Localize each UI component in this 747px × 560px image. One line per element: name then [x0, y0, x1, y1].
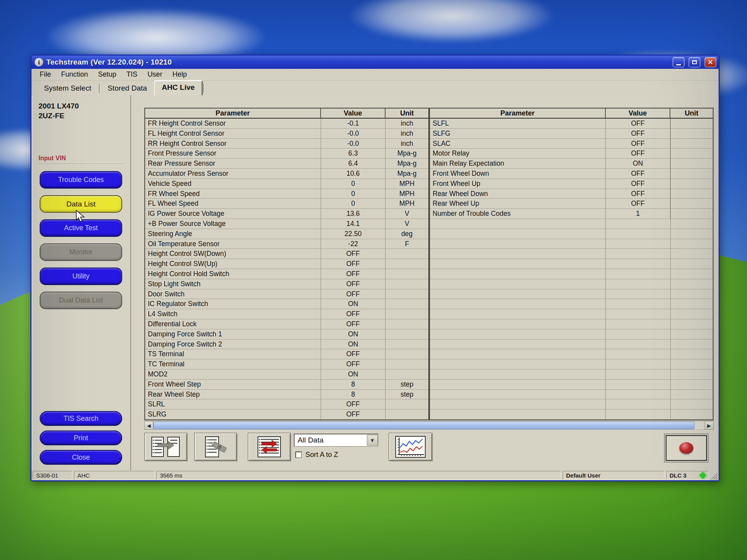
param-cell: Oil Temperature Sensor [145, 239, 321, 249]
value-cell: 22.50 [321, 229, 386, 239]
table-row[interactable]: FR Wheel Speed 0 MPH [145, 189, 428, 199]
tab-ahc-live[interactable]: AHC Live [154, 80, 202, 95]
table-row[interactable]: Height Control Hold Switch OFF [145, 269, 428, 279]
utility-button[interactable]: Utility [40, 268, 122, 285]
unit-cell: step [386, 380, 428, 389]
title-bar[interactable]: i Techstream (Ver 12.20.024) - 10210 ✕ [32, 56, 719, 69]
param-cell: Main Relay Expectation [430, 159, 606, 168]
tab-system-select[interactable]: System Select [37, 82, 98, 95]
data-refresh-button[interactable] [248, 433, 291, 461]
menu-function[interactable]: Function [57, 70, 92, 79]
list-refresh-icon [256, 436, 282, 457]
table-row[interactable]: L4 Switch OFF [145, 309, 428, 319]
column-divider [605, 119, 606, 420]
value-cell: ON [321, 340, 386, 349]
table-row[interactable]: Height Control SW(Up) OFF [145, 259, 428, 269]
value-cell: OFF [321, 359, 386, 369]
table-row[interactable]: Height Control SW(Down) OFF [145, 249, 428, 259]
maximize-button[interactable] [689, 57, 700, 67]
scrollbar-thumb[interactable] [153, 422, 694, 429]
menu-setup[interactable]: Setup [94, 70, 121, 79]
param-cell: Height Control SW(Down) [145, 249, 321, 259]
table-row[interactable]: MOD2 ON [145, 369, 428, 380]
table-row[interactable]: Steering Angle 22.50 deg [145, 229, 428, 239]
table-row[interactable]: Accumulator Press Sensor 10.6 Mpa-g [145, 169, 428, 179]
monitor-button[interactable]: Monitor [40, 243, 122, 261]
menu-file[interactable]: File [35, 70, 55, 79]
table-row[interactable]: Damping Force Switch 1 ON [145, 329, 428, 340]
param-cell: Front Wheel Up [430, 179, 606, 189]
table-row[interactable]: Rear Wheel Step 8 step [145, 390, 428, 400]
table-row[interactable]: IC Regulator Switch ON [145, 299, 428, 309]
minimize-button[interactable] [673, 57, 684, 67]
table-row[interactable]: FR Height Control Sensor -0.1 inch [145, 119, 428, 129]
menu-tis[interactable]: TIS [122, 70, 142, 79]
unit-cell [386, 249, 428, 259]
table-row[interactable]: SLRL OFF [145, 399, 428, 410]
unit-cell [386, 359, 428, 369]
table-row[interactable]: Front Wheel Step 8 step [145, 380, 428, 390]
value-cell: 0 [321, 199, 386, 208]
value-cell: 1 [606, 209, 670, 219]
close-window-button[interactable]: ✕ [705, 57, 716, 67]
param-cell: Height Control SW(Up) [145, 259, 321, 269]
scroll-left-button[interactable]: ◀ [144, 421, 153, 430]
dual-list-transfer-button[interactable] [144, 433, 187, 461]
unit-cell: Mpa-g [386, 149, 428, 158]
data-filter-dropdown[interactable]: All Data ▼ [294, 434, 379, 447]
value-cell: 6.3 [321, 149, 386, 158]
trouble-codes-button[interactable]: Trouble Codes [40, 171, 122, 189]
dropdown-arrow-icon[interactable]: ▼ [367, 435, 378, 446]
value-cell: OFF [606, 189, 670, 199]
status-dlc: DLC 3 [666, 471, 709, 480]
menu-help[interactable]: Help [168, 70, 191, 79]
menu-user[interactable]: User [143, 70, 167, 79]
unit-cell [386, 349, 428, 359]
table-row[interactable]: TC Terminal OFF [145, 359, 428, 369]
table-row[interactable]: TS Terminal OFF [145, 349, 428, 359]
table-row[interactable]: +B Power Source Voltage 14.1 V [145, 219, 428, 229]
table-row[interactable]: FL Wheel Speed 0 MPH [145, 199, 428, 209]
horizontal-scrollbar[interactable]: ◀ ▶ [144, 421, 714, 430]
scroll-right-button[interactable]: ▶ [705, 421, 714, 430]
header-unit: Unit [386, 108, 428, 118]
unit-cell [670, 199, 713, 208]
sort-checkbox[interactable] [295, 452, 302, 458]
scrollbar-track[interactable] [153, 421, 705, 430]
table-row[interactable]: Oil Temperature Sensor -22 F [145, 239, 428, 249]
table-row[interactable]: IG Power Source Voltage 13.6 V [145, 209, 428, 219]
data-list-button[interactable]: Data List [40, 195, 122, 213]
table-row[interactable]: FL Height Control Sensor -0.0 inch [145, 129, 428, 139]
unit-cell [386, 259, 428, 269]
table-row[interactable]: Stop Light Switch OFF [145, 279, 428, 289]
close-button[interactable]: Close [40, 450, 122, 465]
tab-stored-data[interactable]: Stored Data [100, 82, 154, 95]
value-cell: OFF [606, 169, 670, 178]
table-row[interactable]: SLRG OFF [145, 410, 428, 420]
print-button[interactable]: Print [40, 430, 122, 445]
dlc-label: DLC 3 [670, 472, 686, 479]
unit-cell [670, 139, 713, 149]
table-row[interactable]: Door Switch OFF [145, 289, 428, 299]
status-interval: 3565 ms [156, 471, 561, 480]
tis-search-button[interactable]: TIS Search [40, 411, 122, 426]
table-row[interactable]: RR Height Control Sensor -0.0 inch [145, 139, 428, 149]
table-row[interactable]: Vehicle Speed 0 MPH [145, 179, 428, 189]
table-row[interactable]: Differential Lock OFF [145, 319, 428, 329]
line-graph-button[interactable] [389, 433, 432, 461]
active-test-button[interactable]: Active Test [40, 219, 122, 237]
resize-grip[interactable] [710, 471, 717, 480]
sort-a-to-z[interactable]: Sort A to Z [295, 451, 338, 459]
param-cell: Number of Trouble Codes [430, 209, 606, 219]
dual-data-list-button[interactable]: Dual Data List [40, 292, 122, 309]
table-row[interactable]: Rear Pressure Sensor 6.4 Mpa-g [145, 159, 428, 169]
table-row[interactable]: Damping Force Switch 2 ON [145, 340, 428, 350]
param-cell: IC Regulator Switch [145, 299, 321, 309]
list-snapshot-button[interactable] [194, 433, 237, 461]
unit-cell: MPH [386, 199, 428, 208]
param-cell: Damping Force Switch 2 [145, 340, 321, 349]
record-icon[interactable] [679, 442, 693, 454]
unit-cell: MPH [386, 189, 428, 199]
table-row[interactable]: Front Pressure Sensor 6.3 Mpa-g [145, 149, 428, 159]
value-cell: OFF [321, 259, 386, 269]
